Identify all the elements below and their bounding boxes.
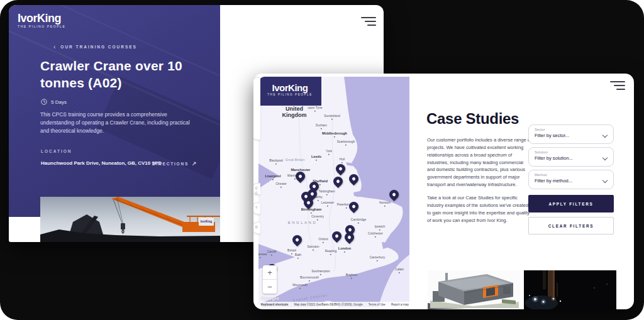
- location-label: LOCATION: [41, 149, 72, 153]
- filter-label: Method: [535, 173, 608, 177]
- zoom-in-button[interactable]: +: [263, 265, 277, 280]
- duration-label: 5 Days: [51, 99, 67, 105]
- map-attribution-item[interactable]: Terms of Use: [369, 303, 386, 306]
- uk-map[interactable]: United KingdomGreat BritainENGLANDEnglis…: [258, 77, 409, 307]
- course-duration: 5 Days: [41, 99, 67, 105]
- logo-tagline: THE PILING PEOPLE: [258, 94, 321, 97]
- filter-placeholder: Filter by method...: [535, 178, 608, 184]
- google-watermark: Google: [261, 295, 279, 301]
- logo-tagline: THE PILING PEOPLE: [18, 25, 65, 28]
- breadcrumb-label: OUR TRAINING COURSES: [60, 45, 137, 49]
- chevron-left-icon: ‹: [53, 45, 57, 49]
- page-background: IvorKing THE PILING PEOPLE ‹ OUR TRAININ…: [0, 0, 644, 320]
- map-zoom-controls: + −: [263, 265, 277, 294]
- ivorking-logo[interactable]: IvorKing THE PILING PEOPLE: [18, 13, 65, 28]
- logo-name: IvorKing: [258, 83, 321, 92]
- menu-icon[interactable]: [610, 81, 625, 90]
- intro-paragraph: Our customer portfolio includes a divers…: [427, 136, 531, 189]
- clear-filters-button[interactable]: CLEAR FILTERS: [528, 217, 614, 234]
- filter-dropdown-method[interactable]: MethodFilter by method...: [528, 170, 614, 189]
- cut-off-filter-chip[interactable]: CC: [253, 183, 260, 195]
- cut-off-filter-chip[interactable]: D: [253, 222, 260, 234]
- filter-placeholder: Filter by solution...: [535, 155, 608, 161]
- filter-label: Sector: [535, 128, 608, 131]
- page-title: Case Studies: [426, 110, 519, 128]
- directions-link[interactable]: DIRECTIONS ↗: [152, 160, 197, 167]
- logo-name: IvorKing: [18, 13, 65, 24]
- map-attribution-item[interactable]: Report a map error: [391, 303, 409, 306]
- map-attribution-item[interactable]: Keyboard shortcuts: [261, 303, 288, 306]
- zoom-out-button[interactable]: −: [263, 280, 277, 294]
- breadcrumb[interactable]: ‹ OUR TRAINING COURSES: [53, 45, 137, 49]
- filter-label: Solution: [535, 150, 608, 154]
- filter-dropdown-sector[interactable]: SectorFilter by sector...: [528, 124, 614, 144]
- cut-off-filter-chip[interactable]: Y: [253, 202, 260, 214]
- clock-icon: [41, 99, 47, 105]
- course-address: Haunchwood Park Drive, Nuneaton, GB, CV1…: [41, 160, 162, 166]
- intro-paragraph: Take a look at our Case Studies for spec…: [427, 194, 531, 224]
- map-attribution-item: Map data ©2021 GeoBasis-DE/BKG (©2009), …: [294, 303, 362, 306]
- svg-text:IvorKing: IvorKing: [201, 220, 213, 223]
- cut-off-filter-panel: [253, 77, 260, 140]
- directions-label: DIRECTIONS: [152, 162, 189, 166]
- ivorking-logo[interactable]: IvorKing THE PILING PEOPLE: [258, 77, 321, 106]
- page-title: Crawler Crane over 10 tonnes (A02): [40, 58, 204, 92]
- filter-placeholder: Filter by sector...: [535, 133, 608, 138]
- case-studies-page: United KingdomGreat BritainENGLANDEnglis…: [253, 74, 634, 309]
- menu-icon[interactable]: [361, 17, 376, 26]
- arrow-up-right-icon: ↗: [192, 160, 197, 167]
- map-attribution: Keyboard shortcutsMap data ©2021 GeoBasi…: [258, 302, 409, 307]
- crane-photo: IvorKing: [40, 197, 220, 242]
- case-study-thumbnail-night-piling[interactable]: [524, 270, 616, 309]
- filter-dropdown-solution[interactable]: SolutionFilter by solution...: [528, 147, 614, 167]
- case-study-thumbnail-building-render[interactable]: [428, 270, 520, 309]
- apply-filters-button[interactable]: APPLY FILTERS: [528, 195, 614, 212]
- course-description: This CPCS training course provides a com…: [40, 111, 190, 136]
